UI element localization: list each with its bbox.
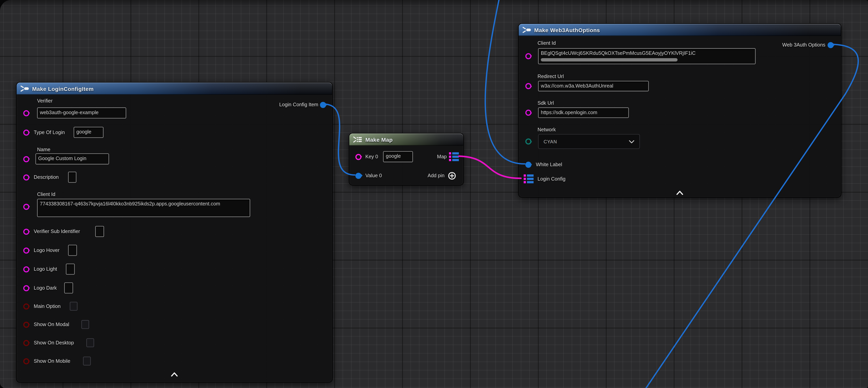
pin-label-network: Network <box>537 127 556 133</box>
collapse-node-chevron[interactable] <box>170 372 178 376</box>
graph-canvas[interactable]: Make LoginConfigItem Login Config Item V… <box>0 0 868 388</box>
logo-hover-input[interactable] <box>68 245 77 256</box>
node-title: Make Web3AuthOptions <box>534 27 600 33</box>
pin-label-verifier-sub-identifier: Verifier Sub Identifier <box>34 229 80 235</box>
input-pin-verifier[interactable] <box>23 110 29 116</box>
collapse-node-chevron[interactable] <box>676 190 684 195</box>
blueprint-editor-viewport: Make LoginConfigItem Login Config Item V… <box>0 0 868 388</box>
output-pin-login-config-item[interactable] <box>320 101 326 108</box>
input-pin-sdk-url[interactable] <box>525 110 531 116</box>
logo-dark-input[interactable] <box>64 282 73 293</box>
pin-label-main-option: Main Option <box>34 303 61 309</box>
node-make-loginconfigitem[interactable]: Make LoginConfigItem Login Config Item V… <box>16 82 333 383</box>
pin-label-login-config-item: Login Config Item <box>279 102 318 108</box>
input-horizontal-scrollbar[interactable] <box>541 58 678 61</box>
type-of-login-input[interactable]: google <box>74 127 104 138</box>
pin-label-verifier: Verifier <box>37 98 53 104</box>
input-pin-network[interactable] <box>525 139 531 145</box>
verifier-sub-identifier-input[interactable] <box>95 226 104 237</box>
input-pin-login-config[interactable] <box>524 174 534 184</box>
add-pin-icon[interactable] <box>448 172 456 180</box>
node-make-map[interactable]: Make Map Key 0 google Map Value 0 Add pi… <box>349 133 464 185</box>
input-pin-client-id[interactable] <box>525 53 531 59</box>
input-pin-main-option[interactable] <box>23 303 29 309</box>
input-pin-redirect-url[interactable] <box>525 83 531 89</box>
pin-label-description: Description <box>34 175 59 181</box>
name-input[interactable]: Google Custom Login <box>35 153 109 165</box>
pin-label-login-config: Login Config <box>537 176 565 182</box>
key-0-input[interactable]: google <box>383 151 413 162</box>
output-pin-web3auth-options[interactable] <box>828 42 834 48</box>
show-on-mobile-checkbox[interactable] <box>83 357 91 365</box>
description-input[interactable] <box>68 172 76 183</box>
pin-label-web3auth-options: Web 3Auth Options <box>782 42 826 48</box>
pin-label-name: Name <box>37 147 50 153</box>
network-dropdown[interactable]: CYAN <box>538 134 640 149</box>
node-header-make-loginconfigitem[interactable]: Make LoginConfigItem <box>17 82 332 95</box>
redirect-url-input[interactable]: w3a://com.w3a.Web3AuthUnreal <box>538 81 649 91</box>
input-pin-client-id[interactable] <box>23 204 29 210</box>
pin-label-value-0: Value 0 <box>365 173 382 179</box>
logo-light-input[interactable] <box>66 264 75 275</box>
input-pin-value-0[interactable] <box>355 173 362 179</box>
client-id-input[interactable]: BEglQSgt4cUWcj6SKRdu5QkOXTsePmMcusG5EAoy… <box>538 48 756 64</box>
node-header-make-map[interactable]: Make Map <box>349 133 463 146</box>
node-make-web3authoptions[interactable]: Make Web3AuthOptions Web 3Auth Options C… <box>518 23 841 198</box>
client-id-text: BEglQSgt4cUWcj6SKRdu5QkOXTsePmMcusG5EAoy… <box>541 51 695 56</box>
pin-label-show-on-modal: Show On Modal <box>34 322 69 328</box>
wire-map-to-loginconfig <box>459 156 521 178</box>
output-pin-map[interactable] <box>449 152 459 162</box>
input-pin-logo-light[interactable] <box>23 266 29 272</box>
pin-label-key-0: Key 0 <box>365 154 378 160</box>
pin-label-map: Map <box>437 154 446 160</box>
input-pin-type-of-login[interactable] <box>23 129 29 136</box>
make-struct-icon <box>522 26 531 34</box>
pin-label-sdk-url: Sdk Url <box>537 100 554 106</box>
input-pin-description[interactable] <box>23 174 29 180</box>
node-header-make-web3authoptions[interactable]: Make Web3AuthOptions <box>519 24 841 36</box>
input-pin-show-on-mobile[interactable] <box>23 358 29 364</box>
pin-label-show-on-desktop: Show On Desktop <box>34 340 74 346</box>
sdk-url-input[interactable]: https://sdk.openlogin.com <box>538 108 629 118</box>
network-selected-value: CYAN <box>544 139 557 144</box>
input-pin-white-label[interactable] <box>525 161 531 168</box>
input-pin-name[interactable] <box>23 156 29 162</box>
pin-label-show-on-mobile: Show On Mobile <box>34 358 70 364</box>
node-title: Make Map <box>365 137 393 143</box>
pin-label-redirect-url: Redirect Url <box>537 74 564 80</box>
pin-label-client-id: Client Id <box>37 191 55 198</box>
pin-label-white-label: White Label <box>536 162 562 168</box>
input-pin-show-on-desktop[interactable] <box>23 340 29 346</box>
pin-label-logo-hover: Logo Hover <box>34 247 60 253</box>
input-pin-verifier-sub-identifier[interactable] <box>23 229 29 235</box>
make-struct-icon <box>20 85 29 92</box>
input-pin-logo-dark[interactable] <box>23 285 29 291</box>
input-pin-show-on-modal[interactable] <box>23 321 29 327</box>
main-option-checkbox[interactable] <box>70 302 78 311</box>
node-title: Make LoginConfigItem <box>32 86 94 92</box>
pin-label-logo-dark: Logo Dark <box>34 285 57 291</box>
pin-label-client-id: Client Id <box>537 40 556 47</box>
pin-label-type-of-login: Type Of Login <box>34 129 65 136</box>
show-on-modal-checkbox[interactable] <box>82 320 89 329</box>
chevron-down-icon <box>629 140 634 143</box>
pin-label-logo-light: Logo Light <box>34 266 57 272</box>
verifier-input[interactable]: web3auth-google-example <box>37 108 126 118</box>
client-id-input[interactable]: 774338308167-q463s7kpvja16l4l0kko3nb925i… <box>37 199 250 217</box>
show-on-desktop-checkbox[interactable] <box>86 338 94 347</box>
make-map-icon <box>352 136 362 143</box>
input-pin-key-0[interactable] <box>355 154 361 160</box>
input-pin-logo-hover[interactable] <box>23 247 29 253</box>
add-pin-label: Add pin <box>428 173 445 179</box>
